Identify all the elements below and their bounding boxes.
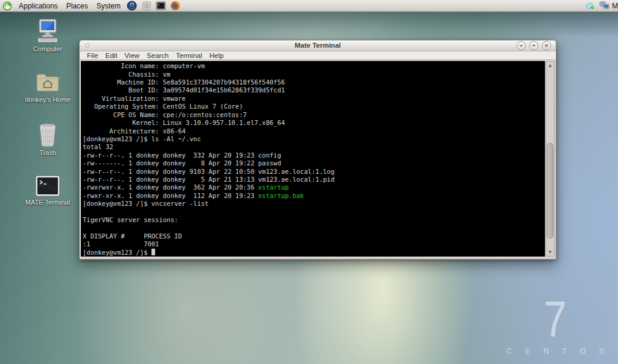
menu-file[interactable]: File [83,52,102,59]
chevron-up-icon [531,43,537,48]
lock-screen-icon[interactable] [127,1,138,11]
close-button[interactable] [542,41,551,50]
desktop-background: 7 C E N T O S Applications Places System [0,0,618,364]
file-manager-icon[interactable] [141,1,152,11]
distro-menu-icon[interactable] [2,1,13,11]
maximize-button[interactable] [529,41,538,50]
menu-help[interactable]: Help [206,52,228,59]
computer-icon [34,18,61,43]
menu-view[interactable]: View [121,52,143,59]
terminal-launcher-icon[interactable] [156,1,167,11]
firefox-icon[interactable] [170,1,181,11]
menu-places[interactable]: Places [62,0,92,12]
menu-applications[interactable]: Applications [14,0,62,12]
minimize-button[interactable] [517,41,526,50]
centos-watermark-number: 7 [511,295,599,343]
chevron-down-icon [518,43,524,48]
window-menu-dot-icon[interactable] [85,43,89,48]
scroll-down-arrow-icon[interactable]: ▼ [546,248,554,256]
desktop-icon-trash[interactable]: Trash [14,122,81,156]
clock-text-partial[interactable]: M [612,2,618,10]
terminal-output[interactable]: Icon name: computer-vm Chassis: vm Machi… [81,61,545,257]
menu-terminal[interactable]: Terminal [173,52,206,59]
top-panel: Applications Places System [0,0,618,12]
home-folder-icon [34,71,61,94]
desktop-icon-home[interactable]: donkey's Home [14,71,81,103]
scroll-up-arrow-icon[interactable]: ▲ [546,62,554,69]
desktop-icon-label: donkey's Home [25,96,70,103]
menu-system[interactable]: System [92,0,125,12]
desktop-icon-list: Computer donkey's Home Trash [14,18,81,225]
centos-watermark: 7 C E N T O S [501,295,610,356]
desktop-icon-label: Trash [39,149,56,156]
terminal-menubar: File Edit View Search Terminal Help [80,51,556,60]
network-status-icon[interactable] [599,1,610,11]
desktop-icon-computer[interactable]: Computer [14,18,81,53]
window-title: Mate Terminal [80,42,556,49]
terminal-scrollbar[interactable]: ▲ ▼ [546,61,555,257]
trash-icon [36,122,60,147]
close-icon [544,43,549,48]
menu-edit[interactable]: Edit [102,52,121,59]
centos-watermark-text: C E N T O S [501,346,610,356]
mate-terminal-icon [35,175,60,197]
desktop-icon-label: MATE Terminal [25,199,70,206]
desktop-icon-mate-terminal[interactable]: MATE Terminal [14,175,81,206]
window-titlebar[interactable]: Mate Terminal [80,40,556,51]
scrollbar-thumb[interactable] [547,143,553,238]
system-tray: M [583,1,618,11]
desktop-icon-label: Computer [33,45,62,53]
menu-search[interactable]: Search [143,52,172,59]
cloud-sync-icon[interactable] [585,1,596,11]
mate-terminal-window: Mate Terminal File Edit View Search Term… [79,40,556,260]
